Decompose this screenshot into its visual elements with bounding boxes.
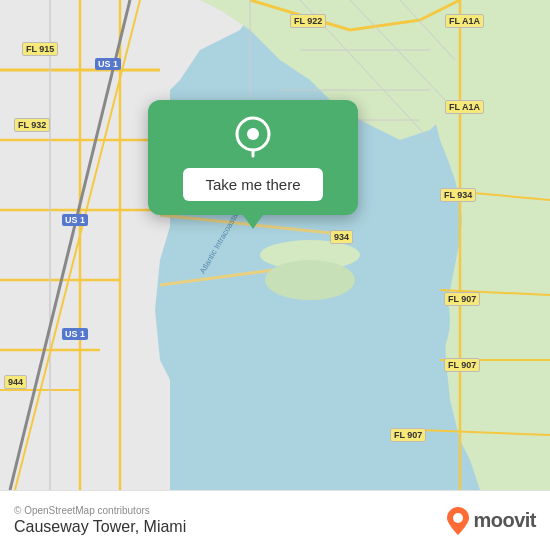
location-popup: Take me there: [148, 100, 358, 215]
label-fl907-top: FL 907: [444, 292, 480, 306]
svg-rect-2: [0, 0, 170, 490]
location-pin-icon: [232, 116, 274, 158]
label-us1-bot: US 1: [62, 328, 88, 340]
moovit-logo: moovit: [447, 507, 536, 535]
label-fla1a-mid: FL A1A: [445, 100, 484, 114]
svg-point-40: [453, 513, 463, 523]
moovit-pin-icon: [447, 507, 469, 535]
label-fl907-bot: FL 907: [390, 428, 426, 442]
moovit-text: moovit: [473, 509, 536, 532]
label-fl934-inner: 934: [330, 230, 353, 244]
label-fla1a-top: FL A1A: [445, 14, 484, 28]
label-fl915: FL 915: [22, 42, 58, 56]
label-fl922: FL 922: [290, 14, 326, 28]
map-view: FL 922 FL A1A FL 915 US 1 FL A1A FL 932 …: [0, 0, 550, 490]
label-fl932: FL 932: [14, 118, 50, 132]
label-us1-mid: US 1: [62, 214, 88, 226]
take-me-there-button[interactable]: Take me there: [183, 168, 322, 201]
location-name: Causeway Tower, Miami: [14, 518, 186, 536]
label-fl907-mid: FL 907: [444, 358, 480, 372]
osm-credit: © OpenStreetMap contributors: [14, 505, 186, 516]
svg-point-36: [265, 260, 355, 300]
bottom-bar: © OpenStreetMap contributors Causeway To…: [0, 490, 550, 550]
label-fl944: 944: [4, 375, 27, 389]
svg-point-38: [247, 128, 259, 140]
label-us1-top: US 1: [95, 58, 121, 70]
label-fl934: FL 934: [440, 188, 476, 202]
location-info: © OpenStreetMap contributors Causeway To…: [14, 505, 186, 536]
